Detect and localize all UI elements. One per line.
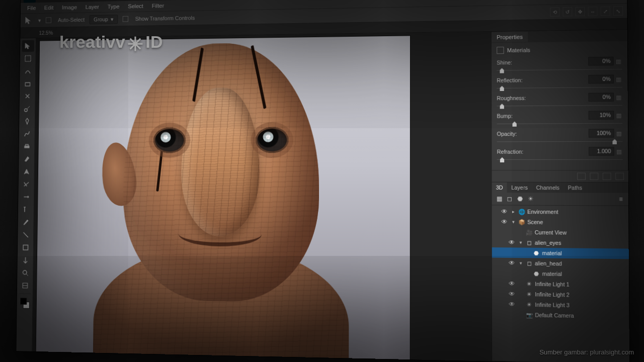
node-type-icon: 📷 [526, 311, 533, 319]
refraction-slider[interactable] [497, 158, 623, 162]
texture-picker-icon[interactable]: ▥ [616, 58, 622, 64]
tool-hand[interactable] [19, 254, 32, 266]
reflection-slider[interactable] [497, 85, 622, 90]
filter-mesh-icon[interactable]: ◻ [505, 195, 514, 203]
node-label: Infinite Light 3 [535, 302, 570, 308]
show-transform-checkbox[interactable] [123, 16, 128, 22]
auto-select-checkbox[interactable] [46, 17, 51, 23]
tool-brush[interactable] [21, 116, 33, 127]
node-label: material [542, 270, 562, 277]
tool-rectangle[interactable] [19, 242, 32, 254]
menu-select[interactable]: Select [124, 2, 147, 11]
opacity-slider[interactable] [497, 140, 623, 144]
expand-icon[interactable]: ▾ [511, 219, 516, 224]
visibility-icon[interactable]: 👁 [508, 280, 516, 288]
tool-gradient[interactable] [20, 166, 32, 177]
3d-scale-icon[interactable]: ⤡ [613, 6, 623, 16]
tool-lasso[interactable] [22, 65, 34, 77]
color-swatches[interactable] [19, 298, 31, 309]
svg-rect-0 [25, 56, 30, 62]
visibility-icon[interactable]: 👁 [500, 218, 509, 225]
bump-slider[interactable] [497, 122, 623, 126]
tool-dodge[interactable] [20, 191, 32, 203]
tool-marquee[interactable] [22, 53, 34, 64]
trash-icon[interactable] [615, 173, 624, 180]
texture-picker-icon[interactable]: ▥ [616, 112, 622, 118]
3d-pan-icon[interactable]: ✥ [575, 7, 585, 17]
tool-history-brush[interactable] [21, 141, 33, 152]
menu-image[interactable]: Image [58, 3, 81, 12]
tool-blur[interactable] [20, 178, 32, 190]
tool-path[interactable] [19, 229, 32, 240]
scene-node[interactable]: 👁▾📦Scene [492, 217, 629, 228]
panel-menu-icon[interactable]: ≡ [616, 195, 625, 204]
tool-healing[interactable] [21, 103, 33, 115]
menu-filter[interactable]: Filter [148, 1, 168, 10]
texture-picker-icon[interactable]: ▥ [616, 94, 622, 100]
panel-icon[interactable] [577, 173, 586, 180]
tool-edit-3d[interactable] [19, 280, 31, 292]
3d-slide-icon[interactable]: ↔ [588, 7, 598, 16]
reflection-value[interactable]: 0% [588, 75, 614, 84]
tab-paths[interactable]: Paths [564, 183, 586, 193]
texture-picker-icon[interactable]: ▥ [616, 130, 623, 136]
node-type-icon: ☀ [525, 301, 533, 308]
filter-scene-icon[interactable]: ▦ [495, 195, 504, 203]
move-tool-icon[interactable] [24, 16, 34, 25]
filter-light-icon[interactable]: ☀ [526, 195, 535, 203]
texture-picker-icon[interactable]: ▥ [616, 148, 623, 154]
visibility-icon[interactable]: 👁 [508, 259, 516, 267]
property-bump: Bump:10%▥ [497, 111, 622, 120]
tab-3d[interactable]: 3D [492, 183, 507, 193]
tool-pen[interactable] [20, 216, 32, 228]
3d-roll-icon[interactable]: ↺ [562, 7, 572, 17]
node-label: Current View [535, 229, 567, 236]
menu-file[interactable]: File [24, 4, 40, 13]
refraction-value[interactable]: 1.000 [589, 147, 614, 156]
tool-eraser[interactable] [20, 153, 32, 165]
menu-type[interactable]: Type [104, 2, 123, 11]
tab-properties[interactable]: Properties [492, 32, 528, 42]
tool-eyedropper[interactable] [21, 90, 33, 102]
3d-zoom-icon[interactable]: ⤢ [601, 7, 610, 16]
document-canvas[interactable] [36, 36, 410, 360]
menu-layer[interactable]: Layer [82, 3, 103, 12]
node-label: Infinite Light 2 [535, 291, 570, 298]
visibility-icon[interactable]: 👁 [500, 208, 509, 215]
scene-node[interactable]: ⬣material [492, 247, 629, 259]
3d-orbit-icon[interactable]: ⟲ [550, 7, 559, 17]
tool-crop[interactable] [21, 78, 33, 89]
3d-filter-row: ▦ ◻ ⬣ ☀ ≡ [492, 193, 628, 206]
node-type-icon: 🎥 [525, 229, 533, 236]
panel-icon[interactable] [590, 173, 598, 180]
roughness-value[interactable]: 0% [588, 93, 614, 102]
visibility-icon[interactable]: 👁 [508, 290, 516, 298]
roughness-slider[interactable] [497, 104, 622, 109]
opacity-value[interactable]: 100% [589, 129, 614, 138]
filter-material-icon[interactable]: ⬣ [516, 195, 524, 203]
expand-icon[interactable]: ▾ [518, 240, 523, 245]
visibility-icon[interactable]: 👁 [508, 301, 516, 308]
tool-type[interactable] [20, 204, 32, 215]
properties-subtitle: Materials [507, 47, 530, 53]
bump-value[interactable]: 10% [589, 111, 614, 120]
tab-layers[interactable]: Layers [507, 183, 532, 193]
scene-node[interactable]: 👁▸🌐Environment [492, 206, 629, 217]
tool-clone[interactable] [21, 128, 33, 140]
tool-move[interactable] [22, 40, 34, 52]
tab-channels[interactable]: Channels [532, 183, 564, 193]
expand-icon[interactable]: ▸ [511, 209, 516, 214]
group-dropdown[interactable]: Group▾ [89, 15, 118, 24]
scene-node[interactable]: 🎥Current View [492, 227, 629, 238]
tool-zoom[interactable] [19, 267, 31, 279]
expand-icon[interactable]: ▾ [518, 260, 523, 265]
node-type-icon: ⬣ [533, 270, 540, 278]
visibility-icon[interactable]: 👁 [508, 239, 516, 246]
texture-picker-icon[interactable]: ▥ [616, 76, 622, 82]
scene-node[interactable]: 👁▾◻alien_eyes [492, 237, 629, 249]
shine-slider[interactable] [497, 67, 622, 73]
shine-value[interactable]: 0% [588, 57, 614, 66]
panel-icon[interactable] [603, 173, 611, 180]
scene-node[interactable]: 📷Default Camera [492, 309, 629, 322]
menu-edit[interactable]: Edit [40, 3, 57, 12]
